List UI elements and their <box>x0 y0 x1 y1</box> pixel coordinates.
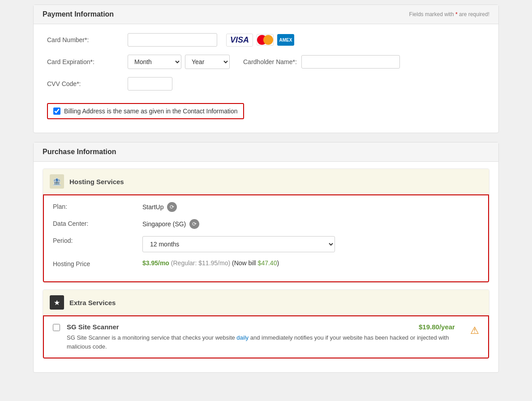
data-center-value: Singapore (SG) <box>142 220 186 228</box>
sg-scanner-desc: SG Site Scanner is a monitoring service … <box>67 333 463 351</box>
cardholder-label: Cardholder Name*: <box>243 58 297 65</box>
payment-section: Payment Information Fields marked with *… <box>33 4 499 133</box>
hosting-price-row: Hosting Price $3.95/mo (Regular: $11.95/… <box>53 259 479 267</box>
extra-services-title: Extra Services <box>69 299 116 306</box>
hosting-services-body: Plan: StartUp ⟳ Data Center: Singapore (… <box>43 194 489 282</box>
month-select[interactable]: Month 010203 040506 070809 101112 <box>128 55 181 69</box>
amex-icon: AMEX <box>277 34 294 46</box>
sg-scanner-daily-link[interactable]: daily <box>236 334 249 341</box>
mc-circle-right <box>263 35 273 45</box>
plan-change-button[interactable]: ⟳ <box>167 202 177 212</box>
billing-checkbox-container: Billing Address is the same as given in … <box>47 99 485 124</box>
payment-title: Payment Information <box>43 10 114 18</box>
year-select[interactable]: Year 202420252026 2027202820292030 <box>185 55 230 69</box>
required-star: * <box>455 11 458 17</box>
plan-row: Plan: StartUp ⟳ <box>53 202 479 212</box>
billing-checkbox-label[interactable]: Billing Address is the same as given in … <box>47 103 244 119</box>
billing-checkbox-text: Billing Address is the same as given in … <box>64 108 238 115</box>
hosting-icon: 🏦 <box>50 174 64 189</box>
cvv-row: CVV Code*: <box>47 77 485 91</box>
purchase-title: Purchase Information <box>43 148 116 155</box>
star-icon: ★ <box>50 295 64 310</box>
data-center-row: Data Center: Singapore (SG) ⟳ <box>53 219 479 229</box>
card-number-input[interactable] <box>128 33 217 47</box>
purchase-body: 🏦 Hosting Services Plan: StartUp ⟳ D <box>34 162 498 372</box>
sg-scanner-row: SG Site Scanner $19.80/year SG Site Scan… <box>44 316 488 358</box>
sg-scanner-name: SG Site Scanner <box>67 323 119 331</box>
data-center-label: Data Center: <box>53 219 142 227</box>
hosting-price-regular: (Regular: $11.95/mo) <box>171 259 230 267</box>
payment-section-header: Payment Information Fields marked with *… <box>34 5 498 24</box>
plan-label: Plan: <box>53 202 142 210</box>
data-center-value-container: Singapore (SG) ⟳ <box>142 219 199 229</box>
warning-icon: ⚠ <box>470 325 479 336</box>
hosting-price-highlight: $3.95/mo <box>142 259 169 267</box>
sg-scanner-price: $19.80/year <box>410 323 463 331</box>
mastercard-icon <box>257 34 274 46</box>
card-number-label: Card Number*: <box>47 36 128 43</box>
payment-required-note: Fields marked with * are required! <box>409 11 489 17</box>
hosting-services-header: 🏦 Hosting Services <box>43 169 489 194</box>
card-expiration-label: Card Expiration*: <box>47 58 128 65</box>
card-expiration-row: Card Expiration*: Month 010203 040506 07… <box>47 55 485 69</box>
cardholder-name-input[interactable] <box>301 55 400 69</box>
sg-scanner-desc-1: SG Site Scanner is a monitoring service … <box>67 334 235 341</box>
data-center-change-button[interactable]: ⟳ <box>189 219 199 229</box>
hosting-services-block: 🏦 Hosting Services Plan: StartUp ⟳ D <box>43 168 489 283</box>
extra-services-header: ★ Extra Services <box>43 290 489 315</box>
card-icons: VISA AMEX <box>226 34 294 47</box>
sg-scanner-checkbox[interactable] <box>53 324 60 331</box>
payment-body: Card Number*: VISA AMEX Card Expiration*… <box>34 24 498 133</box>
purchase-section-header: Purchase Information <box>34 142 498 162</box>
page-wrapper: Payment Information Fields marked with *… <box>29 0 503 386</box>
billing-same-checkbox[interactable] <box>53 108 60 115</box>
visa-icon: VISA <box>226 34 253 47</box>
cvv-label: CVV Code*: <box>47 80 128 87</box>
sg-scanner-top: SG Site Scanner $19.80/year <box>67 323 463 331</box>
extra-services-block: ★ Extra Services SG Site Scanner $19.80/… <box>43 289 489 359</box>
plan-value-container: StartUp ⟳ <box>142 202 177 212</box>
hosting-price-value: $3.95/mo (Regular: $11.95/mo) (Now bill … <box>142 259 279 267</box>
period-select[interactable]: 1 month 3 months 6 months 12 months 24 m… <box>142 236 335 252</box>
extra-services-body: SG Site Scanner $19.80/year SG Site Scan… <box>43 315 489 358</box>
hosting-price-label: Hosting Price <box>53 259 142 267</box>
hosting-price-bill-amount: $47.40 <box>258 259 277 267</box>
period-label: Period: <box>53 236 142 244</box>
sg-scanner-info: SG Site Scanner $19.80/year SG Site Scan… <box>67 323 463 351</box>
card-number-row: Card Number*: VISA AMEX <box>47 33 485 47</box>
period-row: Period: 1 month 3 months 6 months 12 mon… <box>53 236 479 252</box>
hosting-services-title: Hosting Services <box>69 178 124 185</box>
plan-value: StartUp <box>142 203 163 211</box>
cvv-input[interactable] <box>128 77 172 91</box>
hosting-price-now-bill: (Now bill $47.40) <box>232 259 279 267</box>
purchase-section: Purchase Information 🏦 Hosting Services … <box>33 142 499 373</box>
